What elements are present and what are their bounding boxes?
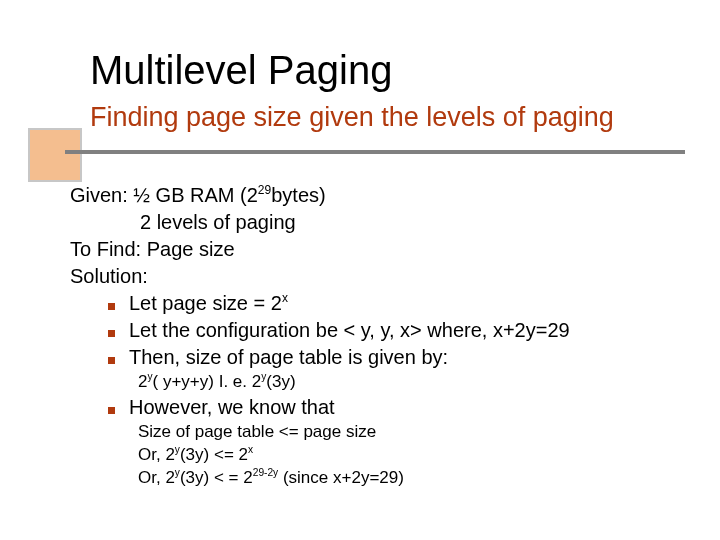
eq3a: Or, 2 <box>138 445 175 464</box>
bullet-1: Let page size = 2x <box>70 290 670 317</box>
given-sup-1: 29 <box>258 183 271 197</box>
equation-2: Size of page table <= page size <box>70 421 670 444</box>
b1sup: x <box>282 291 288 305</box>
eq3b: (3y) <= 2 <box>180 445 248 464</box>
slide-subtitle: Finding page size given the levels of pa… <box>90 102 614 133</box>
equation-3: Or, 2y(3y) <= 2x <box>70 444 670 467</box>
given-label: Given: <box>70 184 133 206</box>
b1a: Let page size = 2 <box>129 292 282 314</box>
eq3sup2: x <box>248 444 253 455</box>
accent-horizontal-bar <box>65 150 685 154</box>
square-bullet-icon <box>108 330 115 337</box>
eq1c: (3y) <box>266 372 295 391</box>
given-line-1: Given: ½ GB RAM (229bytes) <box>70 182 670 209</box>
eq4sup2: 29-2y <box>253 467 278 478</box>
bullet-3-text: Then, size of page table is given by: <box>129 344 448 371</box>
eq4c: (since x+2y=29) <box>278 468 404 487</box>
tofind-line: To Find: Page size <box>70 236 670 263</box>
bullet-3: Then, size of page table is given by: <box>70 344 670 371</box>
equation-1: 2y( y+y+y) I. e. 2y(3y) <box>70 371 670 394</box>
bullet-4-text: However, we know that <box>129 394 335 421</box>
square-bullet-icon <box>108 303 115 310</box>
equation-4: Or, 2y(3y) < = 229-2y (since x+2y=29) <box>70 467 670 490</box>
bullet-1-text: Let page size = 2x <box>129 290 288 317</box>
bullet-2-text: Let the configuration be < y, y, x> wher… <box>129 317 570 344</box>
eq4b: (3y) < = 2 <box>180 468 253 487</box>
given-text-1b: bytes) <box>271 184 325 206</box>
square-bullet-icon <box>108 407 115 414</box>
bullet-4: However, we know that <box>70 394 670 421</box>
slide-body: Given: ½ GB RAM (229bytes) 2 levels of p… <box>70 182 670 490</box>
slide-title: Multilevel Paging <box>90 48 392 93</box>
eq4a: Or, 2 <box>138 468 175 487</box>
bullet-2: Let the configuration be < y, y, x> wher… <box>70 317 670 344</box>
solution-line: Solution: <box>70 263 670 290</box>
square-bullet-icon <box>108 357 115 364</box>
given-text-1a: ½ GB RAM (2 <box>133 184 257 206</box>
accent-square <box>28 128 82 182</box>
eq1b: ( y+y+y) I. e. 2 <box>153 372 262 391</box>
given-line-2: 2 levels of paging <box>70 209 670 236</box>
slide: Multilevel Paging Finding page size give… <box>0 0 720 540</box>
